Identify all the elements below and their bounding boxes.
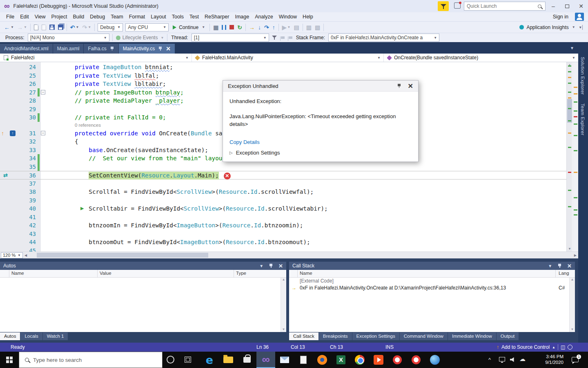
call-stack-scrollbar[interactable]: ▲▼ [569,278,575,332]
volume-icon[interactable] [510,357,516,362]
tab-team-explorer[interactable]: Team Explorer [580,103,585,135]
code-text[interactable] [41,163,566,171]
test-explorer-icon[interactable]: ▤ [293,23,301,32]
maximize-button[interactable] [560,0,574,12]
taskbar-app-excel[interactable]: X [332,352,350,368]
feedback-smiley-icon[interactable] [568,345,572,350]
window-position-icon[interactable]: ▼ [259,264,263,268]
pin-icon[interactable] [269,263,273,268]
pin-icon[interactable] [397,83,401,88]
taskbar-app-firefox[interactable] [313,352,332,368]
scroll-down-icon[interactable]: ▼ [568,247,572,251]
quick-launch-input[interactable] [464,3,538,9]
taskbar-clock[interactable]: 3:46 PM 9/1/2020 [531,354,564,365]
network-icon[interactable] [499,357,505,361]
taskbar-app-visual-studio[interactable]: ∞ [256,352,275,368]
close-button[interactable]: ✕ [574,0,588,12]
open-file-icon[interactable] [40,23,47,32]
filter-threads-icon[interactable] [271,33,278,42]
add-to-source-control-button[interactable]: Add to Source Control [501,344,550,350]
pin-icon[interactable] [158,46,163,51]
column-header-lang[interactable]: Lang [559,271,569,276]
flag-threads-icon[interactable] [279,33,286,42]
horizontal-scrollbar[interactable] [29,252,572,258]
process-dropdown[interactable]: [N/A] Mono▼ [28,34,109,42]
menu-help[interactable]: Help [300,13,316,21]
sign-in-link[interactable]: Sign in [553,14,568,20]
taskbar-app-notepad[interactable] [294,352,313,368]
document-list-dropdown-icon[interactable]: ▼ [570,46,574,50]
call-stack-panel-header[interactable]: Call Stack ▼ ✕ [289,262,575,270]
taskbar-app-red-app-2[interactable] [407,352,425,368]
stack-frame-dropdown[interactable]: 0xF in FaleHafezi.MainActivity.OnCreate … [328,34,439,42]
code-text[interactable] [41,213,566,222]
taskbar-app-chrome[interactable] [350,352,369,368]
taskbar-search-input[interactable] [33,357,162,363]
menu-build[interactable]: Build [70,13,87,21]
panel-tab-call-stack[interactable]: Call Stack [289,332,318,340]
autos-grid-body[interactable] [0,278,281,332]
panel-tab-watch-1[interactable]: Watch 1 [43,332,68,340]
code-text[interactable]: btnzoomOut = FindViewById<ImageButton>(R… [41,238,566,247]
editor-vertical-scrollbar[interactable]: ▲ ▼ [566,62,572,251]
stop-debugging-icon[interactable] [228,23,235,32]
panel-tab-output[interactable]: Output [497,332,519,340]
window-position-icon[interactable]: ▼ [548,264,552,268]
close-icon[interactable]: ✕ [567,263,572,269]
menu-analyze[interactable]: Analyze [252,13,276,21]
platform-dropdown[interactable]: Any CPU▼ [125,23,169,31]
menu-tools[interactable]: Tools [169,13,187,21]
code-editor[interactable]: 24 private ImageButton btnniat;25 privat… [0,62,578,251]
lifecycle-events-button[interactable]: Lifecycle Events ▼ [115,33,165,42]
error-glyph-icon[interactable]: ✕ [224,173,231,180]
pin-icon[interactable] [110,46,114,51]
code-text[interactable] [41,180,566,188]
chevron-up-icon[interactable]: ▲ [552,346,555,349]
panel-tab-locals[interactable]: Locals [20,332,42,340]
taskbar-app-file-explorer[interactable] [219,352,238,368]
command-window-icon[interactable]: ▧ [314,23,321,32]
breakpoints-window-icon[interactable]: ▦ [212,23,220,32]
step-out-icon[interactable]: ↑ [271,23,276,32]
autos-panel-header[interactable]: Autos ▼ ✕ [0,262,286,270]
panel-tab-immediate-window[interactable]: Immediate Window [448,332,496,340]
menu-test[interactable]: Test [187,13,202,21]
zoom-dropdown[interactable]: 120 %▼ [1,252,23,258]
close-icon[interactable]: ✕ [166,45,171,52]
quick-launch-box[interactable] [464,2,546,11]
new-file-icon[interactable] [33,23,40,32]
taskbar-app-messaging-app[interactable] [425,352,444,368]
member-dropdown[interactable]: OnCreate(Bundle savedInstanceState) ▼ [384,54,578,62]
code-text[interactable]: btnzoomIn = FindViewById<ImageButton>(Re… [41,221,566,230]
call-stack-rows[interactable]: [External Code]→0xF in FaleHafezi.MainAc… [289,278,569,332]
toolbar-options-icon[interactable]: ▾│ [579,25,584,29]
step-over-icon[interactable]: ↷ [263,23,270,32]
code-text[interactable]: private ImageButton btnniat; [41,63,566,72]
step-into-icon[interactable]: ↓ [257,23,262,32]
save-icon[interactable] [48,23,56,32]
scrollbar-thumb[interactable] [567,99,572,123]
close-icon[interactable]: ✕ [408,82,413,90]
menu-file[interactable]: File [3,13,17,21]
copy-details-link[interactable]: Copy Details [229,139,412,145]
code-text[interactable] [41,196,566,205]
tab-mainactivity-cs[interactable]: MainActivity.cs✕ [119,44,175,54]
taskbar-app-microsoft-store[interactable] [238,352,256,368]
code-text[interactable]: private TextView lblfal; [41,72,566,80]
feedback-icon[interactable] [454,2,461,9]
codelens-references[interactable]: 0 references [75,123,101,128]
application-insights-button[interactable]: Application Insights ▼ [519,25,575,30]
panel-tab-breakpoints[interactable]: Breakpoints [319,332,352,340]
scroll-right-icon[interactable]: ▶ [574,254,577,257]
restart-icon[interactable]: ↻ [236,23,243,32]
run-tests-icon[interactable]: ▶▼ [281,23,292,32]
undo-icon[interactable]: ↶▼ [69,23,80,32]
continue-button[interactable]: Continue ▼ [170,23,208,32]
panel-tab-autos[interactable]: Autos [0,332,20,340]
task-view-icon[interactable] [185,357,191,363]
break-all-icon[interactable] [220,23,227,32]
menu-edit[interactable]: Edit [17,13,32,21]
menu-view[interactable]: View [32,13,49,21]
project-dropdown[interactable]: FaleHafezi ▼ [0,54,192,62]
taskbar-search-box[interactable] [19,352,163,368]
